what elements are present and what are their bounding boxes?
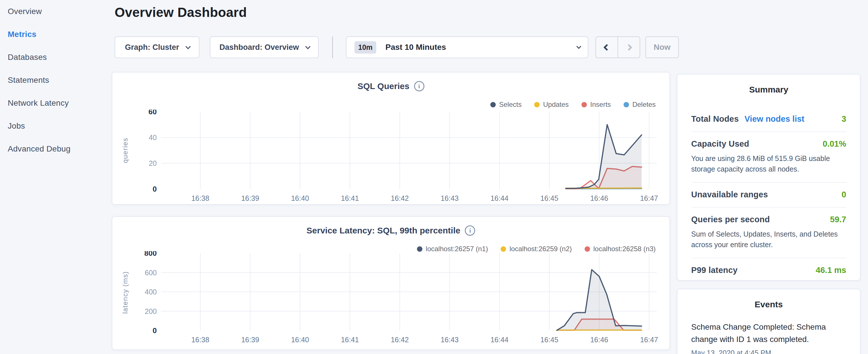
now-button[interactable]: Now	[645, 36, 679, 58]
controls-divider	[332, 36, 333, 58]
svg-text:40: 40	[149, 133, 157, 141]
chart-legend: SelectsUpdatesInsertsDeletes	[490, 100, 656, 108]
svg-text:16:47: 16:47	[640, 194, 658, 202]
summary-heading: Summary	[691, 85, 846, 95]
sidebar-item-overview[interactable]: Overview	[0, 0, 112, 23]
svg-text:800: 800	[145, 251, 157, 257]
svg-text:16:47: 16:47	[640, 336, 658, 344]
svg-text:16:41: 16:41	[341, 336, 359, 344]
legend-dot-icon	[417, 246, 423, 252]
svg-text:16:43: 16:43	[441, 336, 459, 344]
summary-label: Unavailable ranges	[691, 190, 768, 199]
svg-text:600: 600	[145, 269, 157, 277]
legend-item: Updates	[534, 100, 568, 108]
view-nodes-list-link[interactable]: View nodes list	[744, 114, 804, 124]
legend-dot-icon	[490, 102, 496, 107]
svg-text:16:39: 16:39	[241, 336, 259, 344]
summary-row-total-nodes: Total Nodes View nodes list 3	[691, 107, 846, 131]
svg-text:16:42: 16:42	[391, 336, 409, 344]
summary-description: Sum of Selects, Updates, Inserts, and De…	[691, 229, 846, 250]
summary-panel: Summary Total Nodes View nodes list 3 Ca…	[677, 74, 861, 281]
info-icon[interactable]: i	[465, 225, 475, 236]
sidebar-item-metrics[interactable]: Metrics	[0, 23, 112, 46]
sidebar-item-statements[interactable]: Statements	[0, 69, 112, 92]
legend-dot-icon	[624, 102, 629, 107]
chevron-down-icon	[576, 44, 581, 49]
summary-value: 3	[842, 114, 846, 124]
svg-text:16:45: 16:45	[540, 194, 559, 202]
event-timestamp: May 13, 2020 at 4:45 PM	[691, 349, 846, 354]
time-step-back-button[interactable]	[596, 37, 618, 58]
svg-text:16:44: 16:44	[491, 336, 509, 344]
summary-value: 46.1 ms	[816, 265, 846, 275]
sql-queries-chart-card: SQL Queries i SelectsUpdatesInsertsDelet…	[112, 72, 670, 205]
time-range-badge: 10m	[354, 41, 376, 54]
svg-text:16:40: 16:40	[291, 194, 309, 202]
events-panel: Events Schema Change Completed: Schema c…	[677, 289, 861, 354]
chevron-right-icon	[625, 44, 632, 51]
time-range-label: Past 10 Minutes	[385, 43, 446, 52]
legend-item: Selects	[490, 100, 522, 108]
legend-item: Inserts	[582, 100, 611, 108]
svg-text:200: 200	[145, 307, 157, 315]
chevron-down-icon	[305, 44, 310, 49]
legend-item: Deletes	[624, 100, 656, 108]
time-step-buttons	[595, 36, 640, 58]
svg-text:16:40: 16:40	[291, 336, 309, 344]
svg-text:16:41: 16:41	[341, 194, 359, 202]
chevron-down-icon	[185, 44, 191, 49]
legend-dot-icon	[585, 246, 590, 252]
summary-description: You are using 28.6 MiB of 515.9 GiB usab…	[691, 153, 846, 174]
chart-title: Service Latency: SQL, 99th percentile	[307, 226, 461, 235]
dashboard-dropdown-label: Dashboard: Overview	[219, 43, 299, 52]
summary-label: Queries per second	[691, 215, 770, 224]
summary-label: Capacity Used	[691, 139, 749, 149]
svg-text:400: 400	[145, 288, 157, 296]
svg-text:20: 20	[149, 159, 157, 167]
page-title: Overview Dashboard	[115, 5, 247, 20]
summary-row-unavailable-ranges: Unavailable ranges 0	[691, 182, 846, 207]
svg-text:16:42: 16:42	[391, 194, 409, 202]
summary-label: Total Nodes	[691, 114, 739, 124]
svg-text:16:44: 16:44	[491, 194, 509, 202]
svg-text:16:43: 16:43	[441, 194, 459, 202]
svg-text:60: 60	[149, 110, 157, 116]
graph-dropdown-label: Graph: Cluster	[125, 43, 179, 52]
event-item[interactable]: Schema Change Completed: Schema change w…	[691, 321, 846, 345]
summary-row-p99-latency: P99 latency 46.1 ms	[691, 258, 846, 281]
info-icon[interactable]: i	[414, 81, 425, 91]
chevron-left-icon	[603, 44, 610, 51]
svg-text:16:45: 16:45	[540, 336, 559, 344]
chart-plot-area[interactable]: 604020016:3816:3916:4016:4116:4216:4316:…	[112, 110, 670, 205]
svg-text:16:46: 16:46	[590, 336, 608, 344]
chart-title: SQL Queries	[358, 81, 409, 91]
graph-dropdown[interactable]: Graph: Cluster	[115, 36, 199, 58]
events-heading: Events	[691, 299, 846, 309]
sidebar-item-jobs[interactable]: Jobs	[0, 115, 112, 137]
time-step-forward-button[interactable]	[618, 37, 640, 58]
service-latency-chart-card: Service Latency: SQL, 99th percentile i …	[112, 216, 670, 350]
dashboard-dropdown[interactable]: Dashboard: Overview	[210, 36, 319, 58]
svg-text:16:38: 16:38	[191, 336, 210, 344]
svg-text:16:38: 16:38	[191, 194, 210, 202]
chart-plot-area[interactable]: 800600400200016:3816:3916:4016:4116:4216…	[112, 251, 670, 349]
time-range-selector[interactable]: 10m Past 10 Minutes	[346, 36, 588, 58]
svg-text:0: 0	[153, 326, 157, 335]
sidebar-item-network-latency[interactable]: Network Latency	[0, 92, 112, 115]
legend-dot-icon	[501, 246, 506, 252]
summary-row-capacity-used: Capacity Used 0.01% You are using 28.6 M…	[691, 131, 846, 182]
summary-value: 0	[842, 190, 846, 199]
summary-value: 0.01%	[823, 139, 846, 149]
sidebar: Overview Metrics Databases Statements Ne…	[0, 0, 112, 354]
sidebar-item-databases[interactable]: Databases	[0, 46, 112, 69]
summary-row-queries-per-second: Queries per second 59.7 Sum of Selects, …	[691, 207, 846, 258]
legend-dot-icon	[582, 102, 587, 107]
legend-dot-icon	[534, 102, 539, 107]
sidebar-item-advanced-debug[interactable]: Advanced Debug	[0, 137, 112, 160]
svg-text:16:39: 16:39	[241, 194, 259, 202]
summary-value: 59.7	[830, 215, 846, 224]
svg-text:16:46: 16:46	[590, 194, 608, 202]
summary-label: P99 latency	[691, 265, 738, 275]
svg-text:0: 0	[153, 185, 157, 193]
